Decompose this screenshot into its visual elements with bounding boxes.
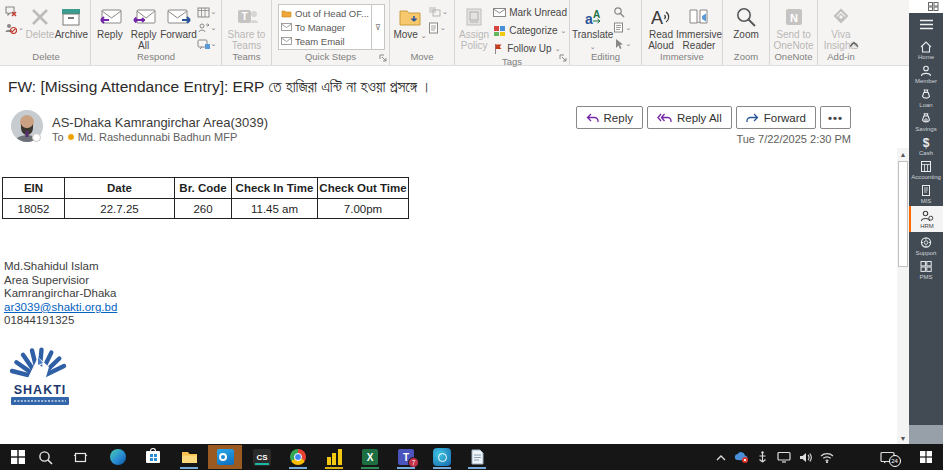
sidebar-menu-button[interactable] (909, 15, 943, 33)
taskbar-search-button[interactable] (31, 445, 59, 469)
sidebar-item-support[interactable]: Support (909, 234, 943, 258)
sidebar-item-loan[interactable]: Loan (909, 86, 943, 110)
translate-button[interactable]: aA Translate ⌄ (572, 3, 613, 51)
delete-button[interactable]: Delete (25, 3, 54, 40)
im-icon (197, 38, 210, 50)
read-aloud-button[interactable]: A Read Aloud (644, 3, 678, 51)
related-doc-icon (613, 22, 624, 33)
quick-step-team-email[interactable]: Team Email (281, 34, 369, 48)
ribbon-group-addin: Viva Insights Add-in (818, 0, 864, 65)
email-subject: FW: [Missing Attendance Entry]: ERP তে হ… (8, 78, 432, 96)
assign-policy-button[interactable]: Assign Policy (457, 3, 491, 51)
microsoft-store-icon[interactable] (139, 445, 167, 469)
signature-email-link[interactable]: ar3039@shakti.org.bd (4, 301, 117, 313)
erp-app-icon[interactable] (428, 445, 456, 469)
quick-step-out-of-office[interactable]: Out of Head OF... (281, 6, 369, 20)
junk-button[interactable]: ⌄ (4, 21, 25, 34)
ribbon-group-move: Move ⌄ ⌄ ⌄ Move (390, 0, 455, 65)
respond-im-button[interactable]: ⌄ (197, 37, 220, 50)
collapse-ribbon-button[interactable] (847, 38, 861, 50)
windows-tray-icon[interactable] (912, 445, 940, 469)
notification-count-badge: 24 (889, 455, 901, 467)
start-button[interactable] (4, 445, 32, 469)
categorize-button[interactable]: Categorize⌄ (493, 23, 567, 38)
reply-action-button[interactable]: Reply (576, 106, 643, 129)
archive-button[interactable]: Archive (55, 3, 88, 40)
follow-up-button[interactable]: Follow Up⌄ (493, 41, 567, 56)
tray-chevron-button[interactable] (712, 445, 730, 469)
sidebar-item-savings[interactable]: Savings (909, 110, 943, 134)
read-aloud-icon: A (649, 4, 673, 29)
action-center-button[interactable]: 24 (874, 445, 900, 469)
reply-button[interactable]: Reply (93, 3, 127, 40)
power-bi-icon[interactable] (320, 445, 348, 469)
quick-steps-more-button[interactable]: ⊽ (371, 5, 384, 49)
task-view-button[interactable] (66, 445, 94, 469)
find-button[interactable] (613, 5, 639, 18)
scroll-down-icon[interactable]: ▼ (897, 432, 909, 444)
immersive-reader-button[interactable]: Immersive Reader (678, 3, 720, 51)
sidebar-item-cash[interactable]: $ Cash (909, 134, 943, 158)
mark-unread-button[interactable]: Mark Unread (493, 5, 567, 20)
more-actions-button[interactable]: ••• (820, 106, 851, 129)
message-scrollbar[interactable]: ▲ ▼ (897, 148, 909, 444)
zoom-icon (735, 4, 757, 29)
sidebar-item-accounting[interactable]: Accounting (909, 158, 943, 182)
meeting-button[interactable]: ⌄ (197, 5, 220, 18)
display-tray-icon[interactable] (774, 445, 794, 469)
reading-pane: FW: [Missing Attendance Entry]: ERP তে হ… (0, 67, 897, 444)
wifi-tray-icon[interactable] (818, 445, 836, 469)
reply-all-button[interactable]: Reply All (127, 3, 161, 51)
reply-arrow-icon (586, 113, 599, 123)
presence-dot-icon (67, 133, 75, 141)
rules-button[interactable]: ⌄ (428, 5, 452, 18)
chrome-icon[interactable] (284, 445, 312, 469)
excel-icon[interactable]: X (356, 445, 384, 469)
select-button[interactable]: ⌄ (613, 37, 639, 50)
recipient-name[interactable]: Md. Rashedunnabi Badhun MFP (78, 131, 238, 143)
svg-text:A: A (651, 8, 663, 27)
volume-tray-icon[interactable] (796, 445, 814, 469)
ignore-icon (4, 5, 18, 18)
quick-step-to-manager[interactable]: To Manager (281, 20, 369, 34)
message-actions: Reply Reply All Forward ••• (576, 106, 851, 129)
select-cursor-icon (613, 38, 624, 50)
usb-tray-icon[interactable] (753, 445, 771, 469)
edge-icon[interactable] (104, 445, 132, 469)
cs-app-icon[interactable]: CS (248, 445, 276, 469)
file-explorer-icon[interactable] (175, 445, 203, 469)
forward-button[interactable]: Forward (161, 3, 197, 40)
sidebar-item-mis[interactable]: MIS (909, 182, 943, 206)
teams-taskbar-icon[interactable]: T 7 (392, 445, 420, 469)
respond-contact-button[interactable]: ⌄ (197, 21, 220, 34)
send-to-onenote-button[interactable]: N Send to OneNote (772, 3, 815, 51)
move-folder-icon (398, 4, 422, 29)
notepad-icon[interactable] (463, 445, 491, 469)
more-move-actions-button[interactable]: ⌄ (428, 21, 452, 34)
related-button[interactable]: ⌄ (613, 21, 639, 34)
sidebar-footer-block (909, 425, 943, 444)
move-button[interactable]: Move ⌄ (392, 3, 428, 40)
zoom-button[interactable]: Zoom (726, 3, 766, 40)
ignore-button[interactable] (4, 5, 25, 18)
reply-all-arrow-icon (657, 113, 672, 123)
sidebar-item-member[interactable]: Member (909, 62, 943, 86)
reply-all-action-button[interactable]: Reply All (647, 106, 732, 129)
ribbon-group-delete: ⌄ Delete Archive Delete (2, 0, 91, 65)
sender-name[interactable]: AS-Dhaka Kamrangirchar Area(3039) (52, 115, 268, 130)
outlook-window: ⌄ Delete Archive Delete (0, 0, 943, 470)
forward-action-button[interactable]: Forward (736, 106, 816, 129)
scrollbar-thumb[interactable] (898, 161, 908, 267)
sidebar-item-pms[interactable]: PMS (909, 258, 943, 282)
outlook-taskbar-icon[interactable] (208, 445, 242, 469)
scroll-up-icon[interactable]: ▲ (897, 148, 909, 160)
sidebar-item-home[interactable]: Home (909, 38, 943, 62)
share-to-teams-button[interactable]: T Share to Teams (224, 3, 269, 51)
sidebar-item-hrm[interactable]: HRM (909, 206, 943, 232)
immersive-reader-icon (687, 4, 711, 29)
recipient-line: To Md. Rashedunnabi Badhun MFP (52, 131, 237, 143)
onedrive-tray-icon[interactable] (731, 445, 751, 469)
grid-icon[interactable] (928, 2, 939, 11)
quick-steps-dialog-launcher[interactable] (379, 54, 387, 62)
tags-dialog-launcher[interactable] (559, 54, 567, 62)
